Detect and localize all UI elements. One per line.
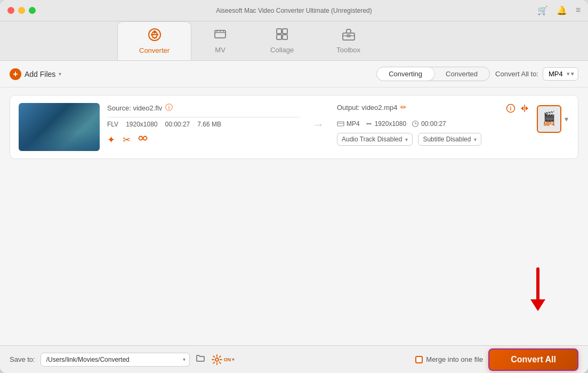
settings-button[interactable]: ON ▾ <box>211 354 235 366</box>
convert-all-button[interactable]: Convert All <box>488 348 578 371</box>
content-area: Source: video2.flv ⓘ FLV 1920x1080 00:00… <box>0 88 588 345</box>
svg-rect-13 <box>337 122 344 126</box>
enhance-icon[interactable]: ✦ <box>107 134 115 146</box>
convert-all-to: Convert All to: MP4 ▾ <box>495 67 578 81</box>
cart-icon[interactable]: 🛒 <box>537 5 548 15</box>
tab-group: Converting Converted <box>376 67 490 81</box>
tab-converter[interactable]: Converter <box>117 21 191 60</box>
merge-label: Merge into one file <box>426 355 483 363</box>
file-resolution: 1920x1080 <box>126 121 157 128</box>
format-select[interactable]: MP4 <box>543 67 578 81</box>
merge-checkbox[interactable] <box>415 356 423 363</box>
mv-icon <box>213 27 228 44</box>
window-title: Aiseesoft Mac Video Converter Ultimate (… <box>216 7 372 14</box>
save-path-input[interactable] <box>41 353 190 367</box>
titlebar: Aiseesoft Mac Video Converter Ultimate (… <box>0 0 588 21</box>
open-folder-button[interactable] <box>195 353 206 366</box>
out-format-item: MP4 <box>337 120 360 128</box>
settings-on-label: ON <box>224 357 231 362</box>
svg-point-9 <box>139 137 143 140</box>
bell-icon[interactable]: 🔔 <box>557 5 567 15</box>
svg-text:i: i <box>510 106 512 112</box>
video-card: Source: video2.flv ⓘ FLV 1920x1080 00:00… <box>10 95 578 159</box>
effects-icon[interactable] <box>138 133 148 146</box>
tab-collage[interactable]: Collage <box>249 21 315 60</box>
collage-icon <box>275 27 289 44</box>
format-badge-dropdown[interactable]: ▾ <box>563 114 569 124</box>
minimize-button[interactable] <box>18 7 25 14</box>
close-button[interactable] <box>7 7 14 14</box>
content: Source: video2.flv ⓘ FLV 1920x1080 00:00… <box>0 88 588 345</box>
toolbar: + Add Files ▾ Converting Converted Conve… <box>0 61 588 88</box>
video-meta-right: Output: video2.mp4 ✏ i <box>337 103 529 146</box>
tab-mv-label: MV <box>215 46 225 54</box>
settings-dropdown-icon: ▾ <box>232 356 235 362</box>
source-label: Source: video2.flv <box>107 104 162 112</box>
svg-rect-5 <box>277 35 281 39</box>
add-files-button[interactable]: + Add Files ▾ <box>10 68 61 80</box>
arrow-shaft <box>536 267 539 299</box>
tab-converter-label: Converter <box>139 46 170 54</box>
bottombar: Save to: ▾ ON ▾ Merge into one file Conv… <box>0 345 588 373</box>
badge-format-label: MP4 <box>544 121 555 127</box>
tab-collage-label: Collage <box>270 46 294 54</box>
toolbox-icon <box>341 27 356 44</box>
tab-toolbox[interactable]: Toolbox <box>315 21 382 60</box>
audio-track-label: Audio Track Disabled <box>342 136 402 143</box>
out-resolution-item: 1920x1080 <box>365 120 406 128</box>
svg-rect-6 <box>283 35 287 39</box>
titlebar-actions: 🛒 🔔 ≡ <box>537 5 581 15</box>
out-duration: 00:00:27 <box>421 120 446 128</box>
tab-toolbox-label: Toolbox <box>336 46 360 54</box>
info-icon[interactable]: ⓘ <box>165 103 173 113</box>
cut-icon[interactable]: ✂ <box>123 134 131 146</box>
file-format: FLV <box>107 121 118 128</box>
format-select-wrap: MP4 ▾ <box>543 67 578 81</box>
converting-tab[interactable]: Converting <box>377 67 434 81</box>
audio-track-select[interactable]: Audio Track Disabled ▾ <box>337 133 413 146</box>
edit-icon[interactable]: ✏ <box>400 103 407 112</box>
maximize-button[interactable] <box>29 7 36 14</box>
converter-icon <box>147 27 162 44</box>
file-duration: 00:00:27 <box>165 121 190 128</box>
format-badge-wrap: 🎬 MP4 ▾ <box>537 105 569 133</box>
svg-point-10 <box>143 137 147 140</box>
audio-track-arrow: ▾ <box>405 137 408 142</box>
converted-tab[interactable]: Converted <box>434 67 489 81</box>
add-files-label: Add Files <box>25 70 55 78</box>
split-button[interactable] <box>520 104 529 116</box>
output-actions: i <box>506 104 529 116</box>
info-button[interactable]: i <box>506 104 515 116</box>
tab-mv[interactable]: MV <box>191 21 249 60</box>
source-row: Source: video2.flv ⓘ <box>107 103 300 113</box>
svg-rect-4 <box>283 29 287 34</box>
thumbnail-image <box>19 103 100 151</box>
convert-arrow-icon: → <box>307 118 329 132</box>
path-input-wrap: ▾ <box>41 353 190 367</box>
output-label: Output: video2.mp4 <box>337 104 397 112</box>
svg-point-16 <box>215 358 219 361</box>
subtitle-arrow: ▾ <box>474 137 477 142</box>
badge-film-icon: 🎬 <box>543 112 555 121</box>
arrow-head <box>530 299 545 311</box>
add-dropdown-icon: ▾ <box>59 71 61 77</box>
track-controls: Audio Track Disabled ▾ Subtitle Disabled… <box>337 133 529 146</box>
out-resolution: 1920x1080 <box>375 120 406 128</box>
file-size: 7.66 MB <box>197 121 221 128</box>
output-row: Output: video2.mp4 ✏ <box>337 103 407 112</box>
subtitle-select[interactable]: Subtitle Disabled ▾ <box>418 133 481 146</box>
convert-all-to-label: Convert All to: <box>495 70 538 78</box>
window-controls <box>7 7 36 14</box>
subtitle-label: Subtitle Disabled <box>423 136 471 143</box>
merge-check: Merge into one file <box>415 355 483 363</box>
arrow-indicator <box>530 267 545 311</box>
svg-rect-3 <box>277 29 281 34</box>
video-meta-left: Source: video2.flv ⓘ FLV 1920x1080 00:00… <box>107 103 300 146</box>
nav-tabs: Converter MV <box>0 21 588 61</box>
output-specs: MP4 1920x1080 <box>337 120 529 128</box>
out-format: MP4 <box>347 120 360 128</box>
video-thumbnail <box>19 103 100 151</box>
file-specs: FLV 1920x1080 00:00:27 7.66 MB <box>107 121 300 128</box>
menu-icon[interactable]: ≡ <box>576 5 581 15</box>
file-actions: ✦ ✂ <box>107 133 300 146</box>
